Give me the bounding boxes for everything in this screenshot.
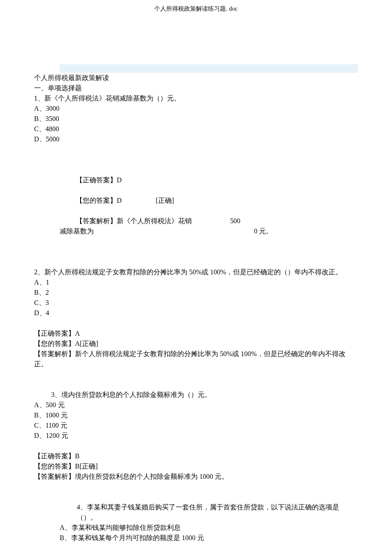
section-heading: 一、单项选择题 (34, 83, 358, 93)
highlight-bar (60, 64, 358, 73)
q3-option-a: A、500 元 (34, 400, 358, 410)
q3-option-b: B、1000 元 (34, 410, 358, 420)
q1-prompt: 1、新《个人所得税法》花销减除基数为（）元。 (34, 93, 358, 104)
q1-correct-answer: 【正确答案】D (76, 175, 122, 185)
q3-prompt: 3、境内住所贷款利息的个人扣除金额标准为（）元。 (51, 390, 358, 400)
q3-analysis: 【答案解析】境内住所贷款利息的个人扣除金额标准为 1000 元。 (34, 472, 358, 482)
document-title: 个人所得税最新政策解读 (34, 73, 358, 83)
q2-option-d: D、4 (34, 308, 358, 318)
q4-block: 4、李某和其妻子钱某婚后购买了一套住所，属于首套住所贷款，以下说法正确的选项是（… (60, 502, 358, 543)
q2-option-b: B、2 (34, 288, 358, 298)
q4-option-a: A、李某和钱某均能够扣除住所贷款利息 (60, 523, 358, 533)
document-filename: 个人所得税政策解读练习题. doc (34, 4, 358, 13)
q1-option-d: D、5000 (34, 134, 358, 144)
q3-option-c: C、1100 元 (34, 420, 358, 431)
q2-prompt: 2、新个人所得税法规定子女教育扣除的分摊比率为 50%或 100%，但是已经确定… (34, 267, 358, 277)
q2-correct-answer: 【正确答案】A (34, 328, 358, 339)
q1-option-b: B、3500 (34, 114, 358, 124)
q3-your-answer: 【您的答案】B[正确] (34, 461, 358, 472)
q3-correct-answer: 【正确答案】B (34, 451, 358, 461)
q2-analysis: 【答案解析】新个人所得税法规定子女教育扣除的分摊比率为 50%或 100%，但是… (34, 349, 358, 369)
q1-your-answer: 【您的答案】D (76, 196, 122, 206)
q4-option-b: B、李某和钱某每个月均可扣除的额度是 1000 元 (60, 533, 358, 543)
q2-option-a: A、1 (34, 277, 358, 288)
q2-your-answer: 【您的答案】A[正确] (34, 339, 358, 349)
q4-prompt: 4、李某和其妻子钱某婚后购买了一套住所，属于首套住所贷款，以下说法正确的选项是（… (77, 502, 358, 523)
q3-option-d: D、1200 元 (34, 431, 358, 441)
q1-option-c: C、4800 (34, 124, 358, 134)
q1-analysis-line2a: 减除基数为 (60, 226, 94, 236)
q1-answer-block: 【正确答案】D 【您的答案】D [正确] 【答案解析】新《个人所得税法》花销 5… (60, 175, 358, 236)
q1-analysis-line2b: 0 元。 (254, 226, 273, 236)
q1-analysis-line1a: 【答案解析】新《个人所得税法》花销 (76, 216, 192, 226)
q1-correct-tag: [正确] (156, 196, 174, 206)
q1-analysis-line1b: 500 (230, 216, 240, 226)
q1-option-a: A、3000 (34, 104, 358, 114)
q2-option-c: C、3 (34, 298, 358, 308)
